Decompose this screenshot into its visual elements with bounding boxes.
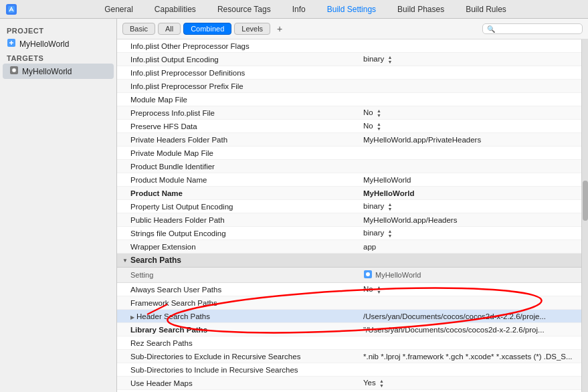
setting-label: Preserve HFS Data	[117, 122, 358, 131]
table-row: Public Headers Folder Path MyHelloWorld.…	[117, 213, 581, 227]
setting-value[interactable]: No ▲▼	[358, 108, 581, 118]
tab-build-rules[interactable]: Build Rules	[455, 2, 517, 17]
setting-value[interactable]: No ▲▼	[358, 284, 581, 295]
setting-label: Framework Search Paths	[117, 298, 358, 308]
table-row: Strings file Output Encoding binary ▲▼	[117, 227, 581, 240]
setting-value[interactable]	[358, 45, 581, 47]
setting-label: Public Headers Folder Path	[117, 215, 358, 225]
setting-value[interactable]	[358, 369, 581, 371]
filter-all-btn[interactable]: All	[158, 23, 181, 35]
setting-value[interactable]	[358, 302, 581, 304]
project-section-label: PROJECT	[0, 24, 116, 36]
col-header-setting: Setting	[117, 270, 358, 280]
col-header-value-text: MyHelloWorld	[375, 271, 421, 279]
setting-value[interactable]: *.nib *.lproj *.framework *.gch *.xcode*…	[358, 352, 581, 361]
setting-value[interactable]: MyHelloWorld.app/PrivateHeaders	[358, 135, 581, 144]
setting-value[interactable]	[358, 166, 581, 167]
tab-capabilities[interactable]: Capabilities	[144, 2, 207, 17]
xcode-icon	[6, 4, 17, 15]
setting-label: Property List Output Encoding	[117, 202, 358, 211]
tab-build-phases[interactable]: Build Phases	[387, 2, 455, 17]
setting-value[interactable]: binary ▲▼	[358, 228, 581, 239]
table-row: Product Module Name MyHelloWorld	[117, 173, 581, 187]
search-input[interactable]	[497, 25, 577, 33]
table-row: Info.plist Preprocessor Prefix File	[117, 80, 581, 93]
sidebar-item-target[interactable]: MyHelloWorld	[3, 64, 114, 79]
tab-bar: General Capabilities Resource Tags Info …	[23, 2, 588, 17]
table-row: Product Bundle Identifier	[117, 160, 581, 173]
setting-label: Module Map File	[117, 95, 358, 104]
filter-combined-btn[interactable]: Combined	[183, 23, 231, 35]
target-item-label: MyHelloWorld	[22, 67, 72, 76]
tab-resource-tags[interactable]: Resource Tags	[207, 2, 282, 17]
expand-arrow-icon[interactable]: ▶	[130, 314, 134, 320]
project-item-label: MyHelloWorld	[19, 39, 69, 49]
table-row: Preserve HFS Data No ▲▼	[117, 120, 581, 133]
setting-value[interactable]: No ▲▼	[358, 121, 581, 132]
tab-info[interactable]: Info	[282, 2, 316, 17]
setting-value[interactable]: app	[358, 242, 581, 252]
setting-label: Product Bundle Identifier	[117, 162, 358, 171]
setting-value[interactable]: binary ▲▼	[358, 54, 581, 65]
setting-label: Rez Search Paths	[117, 338, 358, 348]
setting-label: ▶Header Search Paths	[117, 312, 358, 321]
search-box: 🔍	[482, 23, 583, 34]
target-file-icon	[9, 66, 19, 77]
svg-point-5	[366, 272, 370, 276]
setting-label: Library Search Paths	[117, 325, 358, 334]
search-icon: 🔍	[487, 25, 495, 33]
table-row: Module Map File	[117, 93, 581, 106]
filter-bar: Basic All Combined Levels + 🔍	[117, 19, 588, 39]
setting-value[interactable]: Yes ▲▼	[358, 378, 581, 389]
setting-value[interactable]	[358, 342, 581, 344]
setting-label: Sub-Directories to Exclude in Recursive …	[117, 352, 358, 361]
setting-label: Product Name	[117, 189, 358, 198]
setting-value[interactable]: /Users/yan/Documents/cocos/cocos2d-x-2.2…	[358, 312, 581, 321]
target-header-icon	[363, 270, 373, 280]
table-row: Wrapper Extension app	[117, 240, 581, 254]
setting-value[interactable]: "/Users/yan/Documents/cocos/cocos2d-x-2.…	[358, 325, 581, 334]
setting-value[interactable]: MyHelloWorld	[358, 175, 581, 185]
setting-label: Always Search User Paths	[117, 285, 358, 294]
table-row: Private Module Map File	[117, 146, 581, 160]
settings-table: Info.plist Other Preprocessor Flags Info…	[117, 39, 581, 392]
content-with-scrollbar: Info.plist Other Preprocessor Flags Info…	[117, 39, 588, 392]
table-row-use-header-maps: Use Header Maps Yes ▲▼	[117, 377, 581, 390]
table-row: Preprocess Info.plist File No ▲▼	[117, 106, 581, 120]
top-navigation-bar: General Capabilities Resource Tags Info …	[0, 0, 588, 19]
table-row-exclude-subdirs: Sub-Directories to Exclude in Recursive …	[117, 350, 581, 363]
table-row-rez-search: Rez Search Paths	[117, 336, 581, 350]
table-row: Info.plist Output Encoding binary ▲▼	[117, 53, 581, 66]
tab-build-settings[interactable]: Build Settings	[316, 2, 387, 17]
vertical-scrollbar[interactable]	[581, 39, 588, 392]
setting-label: Sub-Directories to Include in Recursive …	[117, 365, 358, 375]
setting-label: Info.plist Preprocessor Definitions	[117, 68, 358, 78]
setting-label: Private Module Map File	[117, 149, 358, 158]
setting-value[interactable]: binary ▲▼	[358, 201, 581, 212]
setting-value[interactable]: MyHelloWorld.app/Headers	[358, 215, 581, 225]
table-row: Private Headers Folder Path MyHelloWorld…	[117, 133, 581, 146]
setting-value[interactable]: MyHelloWorld	[358, 189, 581, 198]
column-header-row: Setting MyHelloWorld	[117, 268, 581, 283]
filter-levels-btn[interactable]: Levels	[234, 23, 270, 35]
sidebar-item-project[interactable]: MyHelloWorld	[0, 36, 116, 52]
setting-value[interactable]	[358, 72, 581, 74]
section-header-search-paths: ▼ Search Paths	[117, 254, 581, 268]
setting-label: Use Header Maps	[117, 379, 358, 388]
table-row-include-subdirs: Sub-Directories to Include in Recursive …	[117, 363, 581, 377]
tab-general[interactable]: General	[94, 2, 144, 17]
filter-basic-btn[interactable]: Basic	[122, 23, 155, 35]
setting-label: Private Headers Folder Path	[117, 135, 358, 144]
main-area: PROJECT MyHelloWorld TARGETS MyHelloWorl…	[0, 19, 588, 392]
table-row: Info.plist Other Preprocessor Flags	[117, 39, 581, 53]
table-row-header-search: ▶Header Search Paths /Users/yan/Document…	[117, 310, 581, 323]
sidebar: PROJECT MyHelloWorld TARGETS MyHelloWorl…	[0, 19, 117, 392]
section-triangle-icon[interactable]: ▼	[122, 258, 128, 264]
setting-value[interactable]	[358, 86, 581, 87]
setting-label: Product Module Name	[117, 175, 358, 185]
setting-label: Strings file Output Encoding	[117, 229, 358, 238]
scrollbar-thumb[interactable]	[583, 181, 588, 221]
setting-value[interactable]	[358, 99, 581, 100]
setting-value[interactable]	[358, 153, 581, 154]
filter-add-btn[interactable]: +	[273, 22, 286, 35]
